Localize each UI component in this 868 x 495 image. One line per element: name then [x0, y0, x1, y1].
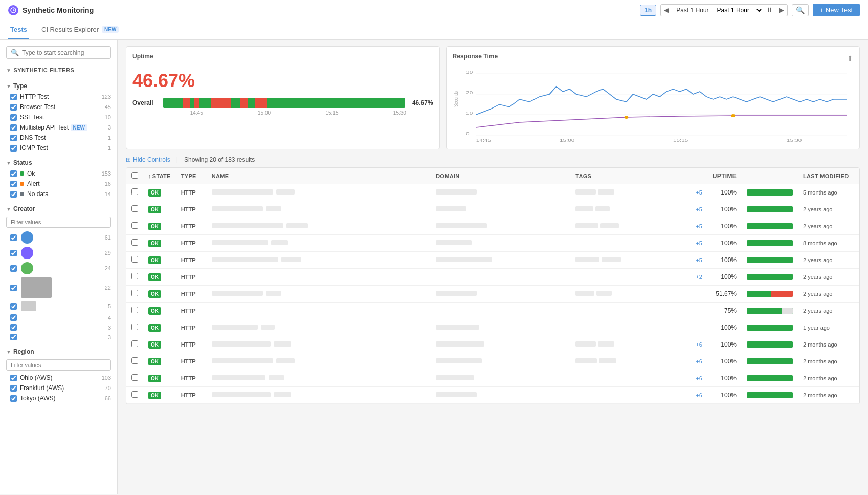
row-checkbox-cell[interactable] — [126, 336, 143, 353]
row-name-cell[interactable] — [207, 269, 431, 286]
hide-controls-button[interactable]: ⊞ Hide Controls — [126, 156, 170, 163]
row-plus-cell: +6 — [687, 353, 707, 370]
row-name-cell[interactable] — [207, 286, 431, 303]
domain-blurred — [436, 358, 482, 363]
row-checkbox-cell[interactable] — [126, 235, 143, 252]
row-checkbox-cell[interactable] — [126, 303, 143, 319]
status-filter-label[interactable]: ▼ Status — [0, 157, 117, 168]
row-name-cell[interactable] — [207, 218, 431, 235]
row-name-cell[interactable] — [207, 387, 431, 404]
th-tags[interactable]: TAGS — [570, 168, 687, 184]
th-modified[interactable]: LAST MODIFIED — [798, 168, 859, 184]
time-rewind-button[interactable]: ◀ — [661, 5, 672, 15]
filter-dns-test[interactable]: DNS Test 1 — [0, 133, 117, 143]
th-type[interactable]: TYPE — [176, 168, 207, 184]
pause-button[interactable]: ⏸ — [763, 5, 776, 15]
creator-search-box[interactable] — [6, 217, 111, 228]
filter-status-alert[interactable]: Alert 16 — [0, 179, 117, 189]
region-search-box[interactable] — [6, 359, 111, 371]
new-test-button[interactable]: + New Test — [813, 4, 860, 16]
plus-badge: +5 — [696, 189, 702, 196]
filter-status-ok[interactable]: Ok 153 — [0, 168, 117, 179]
filter-http-test[interactable]: HTTP Test 123 — [0, 92, 117, 102]
state-ok-badge: OK — [148, 358, 161, 365]
state-ok-badge: OK — [148, 223, 161, 230]
row-checkbox-cell[interactable] — [126, 269, 143, 286]
creator-item-2[interactable]: 29 — [0, 245, 117, 261]
filter-region-ohio[interactable]: Ohio (AWS) 103 — [0, 373, 117, 383]
mini-bar-green — [747, 325, 793, 331]
uptime-mini-bar — [747, 257, 793, 263]
state-ok-badge: OK — [148, 290, 161, 298]
row-checkbox-cell[interactable] — [126, 252, 143, 269]
tab-tests[interactable]: Tests — [8, 20, 29, 39]
row-name-cell[interactable] — [207, 201, 431, 218]
forward-button[interactable]: ▶ — [776, 5, 787, 15]
filter-browser-test[interactable]: Browser Test 45 — [0, 102, 117, 112]
creator-item-1[interactable]: 61 — [0, 230, 117, 245]
type-filter-label[interactable]: ▼ Type — [0, 80, 117, 92]
row-checkbox-cell[interactable] — [126, 353, 143, 370]
row-domain-cell — [431, 252, 570, 269]
row-name-cell[interactable] — [207, 370, 431, 387]
chart-share-button[interactable]: ⬆ — [847, 54, 853, 62]
creator-item-4[interactable]: 22 — [0, 276, 117, 299]
row-name-cell[interactable] — [207, 184, 431, 201]
row-plus-cell: +2 — [687, 269, 707, 286]
svg-point-14 — [624, 116, 628, 119]
creator-item-7[interactable]: 3 — [0, 322, 117, 332]
domain-blurred — [436, 341, 484, 347]
th-state[interactable]: ↑STATE — [143, 168, 176, 184]
filter-multistep-api-test[interactable]: Multistep API Test NEW 3 — [0, 122, 117, 133]
creator-item-8[interactable]: 3 — [0, 332, 117, 342]
row-checkbox-cell[interactable] — [126, 286, 143, 303]
th-domain[interactable]: DOMAIN — [431, 168, 570, 184]
row-checkbox-cell[interactable] — [126, 387, 143, 404]
name-blurred-2 — [276, 358, 295, 363]
synthetic-filters-header[interactable]: ▼ SYNTHETIC FILTERS — [0, 64, 117, 76]
row-name-cell[interactable] — [207, 303, 431, 319]
search-input[interactable] — [22, 49, 106, 56]
creator-search-input[interactable] — [11, 219, 106, 225]
status-filter-section: ▼ Status Ok 153 Alert 16 No data 14 — [0, 157, 117, 199]
type-badge: HTTP — [181, 274, 196, 280]
time-1h-button[interactable]: 1h — [640, 5, 656, 16]
filter-region-tokyo[interactable]: Tokyo (AWS) 66 — [0, 393, 117, 403]
zoom-button[interactable]: 🔍 — [792, 4, 809, 16]
state-ok-badge: OK — [148, 307, 161, 315]
row-checkbox-cell[interactable] — [126, 370, 143, 387]
time-range-dropdown[interactable]: Past 1 Hour Past 4 Hours Past 1 Day — [713, 5, 763, 16]
state-ok-badge: OK — [148, 206, 161, 213]
type-badge: HTTP — [181, 257, 196, 263]
row-name-cell[interactable] — [207, 336, 431, 353]
name-blurred-2 — [266, 206, 281, 211]
row-name-cell[interactable] — [207, 252, 431, 269]
row-name-cell[interactable] — [207, 319, 431, 336]
row-state-cell: OK — [143, 319, 176, 336]
filter-region-frankfurt[interactable]: Frankfurt (AWS) 70 — [0, 383, 117, 393]
filter-icmp-test[interactable]: ICMP Test 1 — [0, 143, 117, 153]
region-filter-label[interactable]: ▼ Region — [0, 346, 117, 357]
row-modified-cell: 5 months ago — [798, 184, 859, 201]
creator-filter-label[interactable]: ▼ Creator — [0, 203, 117, 214]
row-checkbox-cell[interactable] — [126, 201, 143, 218]
th-name[interactable]: NAME — [207, 168, 431, 184]
creator-item-3[interactable]: 24 — [0, 261, 117, 276]
name-blurred — [212, 223, 283, 228]
th-select-all[interactable] — [126, 168, 143, 184]
row-type-cell: HTTP — [176, 370, 207, 387]
row-name-cell[interactable] — [207, 353, 431, 370]
row-checkbox-cell[interactable] — [126, 218, 143, 235]
row-checkbox-cell[interactable] — [126, 184, 143, 201]
search-box[interactable]: 🔍 — [6, 46, 111, 59]
creator-item-6[interactable]: 4 — [0, 313, 117, 322]
row-tags-cell — [570, 353, 687, 370]
filter-status-nodata[interactable]: No data 14 — [0, 189, 117, 199]
th-uptime[interactable]: UPTIME — [707, 168, 742, 184]
filter-ssl-test[interactable]: SSL Test 10 — [0, 112, 117, 122]
creator-item-5[interactable]: 5 — [0, 299, 117, 313]
region-search-input[interactable] — [11, 362, 106, 368]
tab-ci-results-explorer[interactable]: CI Results Explorer NEW — [39, 20, 121, 39]
row-name-cell[interactable] — [207, 235, 431, 252]
row-checkbox-cell[interactable] — [126, 319, 143, 336]
